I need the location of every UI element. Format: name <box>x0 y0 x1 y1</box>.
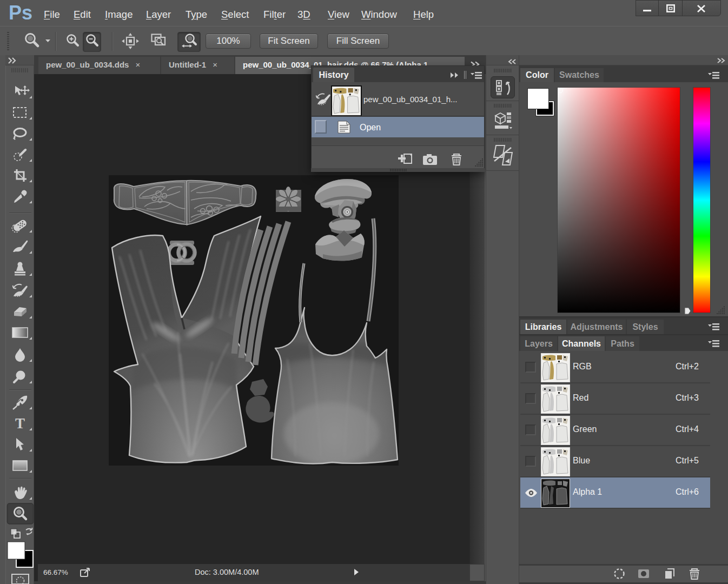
svg-text:T: T <box>15 415 25 432</box>
